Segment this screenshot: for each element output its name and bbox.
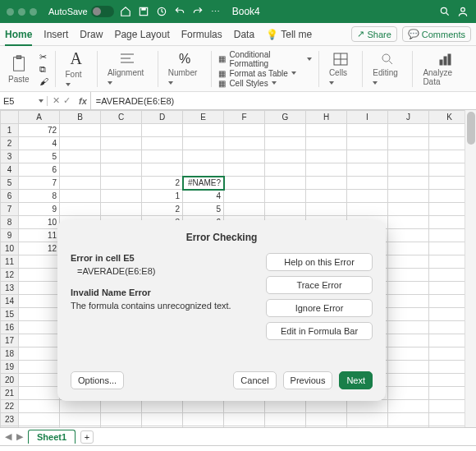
cell[interactable]: [265, 137, 306, 150]
sheet-nav-next-icon[interactable]: ▶: [16, 431, 23, 442]
row-header[interactable]: 19: [1, 361, 19, 374]
cell[interactable]: [142, 426, 183, 428]
col-header[interactable]: K: [429, 111, 470, 124]
cell[interactable]: [347, 400, 388, 413]
cell[interactable]: [388, 124, 429, 137]
cell[interactable]: 2: [142, 177, 183, 190]
cell[interactable]: [429, 374, 470, 387]
cell[interactable]: [388, 203, 429, 216]
cell[interactable]: [388, 347, 429, 361]
cell[interactable]: [183, 400, 224, 413]
close-dot[interactable]: [7, 8, 14, 16]
row-header[interactable]: 14: [1, 295, 19, 308]
ellipsis-icon[interactable]: ⋯: [209, 5, 222, 18]
cell[interactable]: [224, 203, 265, 216]
cell[interactable]: [388, 269, 429, 282]
cell[interactable]: [101, 150, 142, 163]
cell[interactable]: [19, 295, 60, 308]
cell[interactable]: [388, 361, 429, 374]
cell[interactable]: [347, 124, 388, 137]
undo-icon[interactable]: [173, 5, 186, 18]
cell[interactable]: [388, 150, 429, 163]
tab-data[interactable]: Data: [234, 29, 254, 40]
row-header[interactable]: 24: [1, 426, 19, 428]
cell[interactable]: [388, 400, 429, 413]
cell[interactable]: [60, 177, 101, 190]
cell[interactable]: [429, 321, 470, 334]
cell[interactable]: [429, 400, 470, 413]
col-header[interactable]: H: [306, 111, 347, 124]
cell[interactable]: [101, 413, 142, 426]
row-header[interactable]: 16: [1, 321, 19, 334]
fx-icon[interactable]: fx: [76, 92, 91, 109]
cell[interactable]: 1: [142, 190, 183, 203]
cell[interactable]: [60, 413, 101, 426]
cell[interactable]: [429, 308, 470, 321]
row-header[interactable]: 20: [1, 374, 19, 387]
cell[interactable]: [265, 150, 306, 163]
cell[interactable]: [388, 137, 429, 150]
cell[interactable]: [429, 361, 470, 374]
cell[interactable]: [388, 229, 429, 242]
tab-insert[interactable]: Insert: [43, 29, 68, 40]
cell[interactable]: 9: [19, 203, 60, 216]
cell[interactable]: [429, 269, 470, 282]
cell[interactable]: [183, 163, 224, 177]
cell[interactable]: [306, 150, 347, 163]
cell[interactable]: [429, 334, 470, 347]
cell[interactable]: [224, 400, 265, 413]
redo-icon[interactable]: [191, 5, 204, 18]
editing-group[interactable]: Editing: [369, 52, 405, 86]
cell[interactable]: [265, 177, 306, 190]
cell[interactable]: [60, 203, 101, 216]
cell[interactable]: [265, 413, 306, 426]
font-group[interactable]: A Font: [62, 49, 90, 88]
cell[interactable]: [19, 282, 60, 295]
cell[interactable]: [388, 426, 429, 428]
cell[interactable]: [388, 295, 429, 308]
cell[interactable]: [183, 124, 224, 137]
cell[interactable]: [429, 229, 470, 242]
cell[interactable]: [265, 400, 306, 413]
cell[interactable]: [60, 163, 101, 177]
cell[interactable]: [142, 150, 183, 163]
cell[interactable]: [224, 163, 265, 177]
format-painter-icon[interactable]: 🖌: [39, 76, 48, 86]
edit-in-formula-bar-button[interactable]: Edit in Formula Bar: [266, 322, 373, 340]
history-icon[interactable]: [155, 5, 168, 18]
row-header[interactable]: 22: [1, 400, 19, 413]
search-icon[interactable]: [438, 5, 451, 18]
cell[interactable]: 5: [183, 203, 224, 216]
autosave-toggle[interactable]: AutoSave: [48, 6, 114, 17]
col-header[interactable]: A: [19, 111, 60, 124]
row-header[interactable]: 2: [1, 137, 19, 150]
cell[interactable]: [347, 137, 388, 150]
cell[interactable]: [388, 334, 429, 347]
cell[interactable]: [60, 400, 101, 413]
alignment-group[interactable]: Alignment: [104, 52, 151, 86]
cell[interactable]: [265, 163, 306, 177]
cell[interactable]: [224, 190, 265, 203]
cell[interactable]: 12: [19, 242, 60, 255]
cell[interactable]: [429, 203, 470, 216]
cell[interactable]: [101, 426, 142, 428]
cell[interactable]: [265, 190, 306, 203]
cell[interactable]: [101, 400, 142, 413]
cell[interactable]: [265, 124, 306, 137]
cell[interactable]: [347, 177, 388, 190]
cell-styles-button[interactable]: ▦ Cell Styles: [218, 79, 312, 88]
cell[interactable]: [429, 124, 470, 137]
window-controls[interactable]: [7, 8, 37, 16]
tab-draw[interactable]: Draw: [80, 29, 103, 40]
cell[interactable]: [183, 413, 224, 426]
cell[interactable]: [265, 203, 306, 216]
paste-group[interactable]: Paste: [5, 53, 33, 84]
cell[interactable]: [388, 321, 429, 334]
cell[interactable]: [388, 413, 429, 426]
cell[interactable]: [306, 137, 347, 150]
help-on-error-button[interactable]: Help on this Error: [266, 253, 373, 271]
cell[interactable]: 2: [142, 203, 183, 216]
cell[interactable]: [101, 203, 142, 216]
cell[interactable]: [224, 124, 265, 137]
cell[interactable]: 5: [19, 150, 60, 163]
